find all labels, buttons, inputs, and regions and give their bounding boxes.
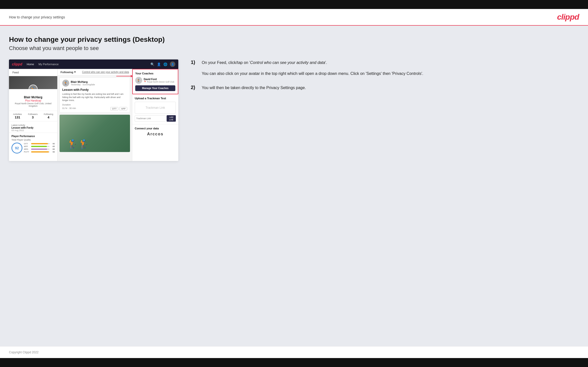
- stat-activities: Activities 131: [13, 113, 22, 119]
- pp-bar-app-label: APP: [24, 145, 30, 148]
- post-description: Looking to feel like my hands are exitin…: [62, 93, 127, 102]
- page-title: How to change your privacy settings (Des…: [9, 36, 579, 44]
- app-sidebar: Feed 🏌️ Blair McHarg Plus Handicap Royal…: [9, 69, 58, 161]
- instruction-1-extra: You can also click on your avatar in the…: [202, 70, 423, 77]
- feed-header: Following ▾ Control who can see your act…: [58, 69, 132, 75]
- trackman-add-button[interactable]: Add Link: [167, 115, 176, 122]
- trackman-title: Upload a Trackman Test: [135, 97, 176, 100]
- app-mockup-wrapper: clippd Home My Performance 🔍 👤 🌐 👤 Feed: [9, 59, 178, 161]
- pp-bar-app-val: 85: [50, 145, 55, 148]
- feed-tab[interactable]: Feed: [9, 69, 57, 76]
- tag-ott: OTT: [110, 107, 118, 110]
- pp-bar-app-fill: [31, 146, 47, 147]
- stat-activities-label: Activities: [13, 113, 22, 115]
- post-user-info: Blair McHarg Yesterday · Sunningdale: [71, 80, 95, 86]
- nav-my-performance[interactable]: My Performance: [39, 63, 59, 66]
- pp-bar-putt: PUTT 96: [24, 151, 55, 153]
- latest-activity-label: Latest Activity: [11, 124, 55, 126]
- instruction-2-text: You will then be taken directly to the P…: [202, 85, 306, 91]
- pp-title: Player Performance: [11, 135, 55, 138]
- user-banner: 🏌️: [9, 76, 57, 89]
- trackman-link-input[interactable]: [135, 115, 166, 122]
- pp-bar-putt-track: [31, 151, 50, 153]
- location-icon: 📍: [144, 81, 146, 83]
- user-icon[interactable]: 👤: [157, 62, 161, 66]
- post-user-location: Yesterday · Sunningdale: [71, 83, 95, 86]
- instruction-1-text: On your Feed, click/tap on 'Control who …: [202, 59, 423, 66]
- coaches-section: Your Coaches 🏌️ David Ford 📍 Royal North…: [133, 69, 178, 94]
- stat-following-label: Following: [44, 113, 53, 115]
- stat-followers-label: Followers: [28, 113, 38, 115]
- search-icon[interactable]: 🔍: [150, 62, 154, 66]
- tag-app: APP: [119, 107, 127, 110]
- page-subtitle: Choose what you want people to see: [9, 45, 579, 52]
- coaches-title: Your Coaches: [135, 72, 175, 75]
- app-mockup: clippd Home My Performance 🔍 👤 🌐 👤 Feed: [9, 59, 178, 161]
- feed-post: 🏌️ Blair McHarg Yesterday · Sunningdale …: [60, 77, 130, 113]
- stat-followers-value: 3: [28, 115, 38, 119]
- pp-bar-app-track: [31, 146, 50, 147]
- instruction-2-number: 2): [191, 85, 198, 90]
- post-tags: OTT APP: [110, 107, 127, 110]
- latest-activity-date: 03 Aug 2022: [11, 129, 55, 132]
- pp-bar-arg: ARG 86: [24, 148, 55, 150]
- app-navbar: clippd Home My Performance 🔍 👤 🌐 👤: [9, 59, 178, 69]
- coach-info: David Ford 📍 Royal North Devon Golf Club: [144, 78, 174, 83]
- bottom-black-bar: [0, 358, 588, 367]
- pp-bar-ott: OTT 90: [24, 143, 55, 145]
- pp-bar-arg-track: [31, 149, 50, 150]
- post-header: 🏌️ Blair McHarg Yesterday · Sunningdale: [62, 80, 127, 87]
- manage-coaches-button[interactable]: Manage Your Coaches: [135, 85, 175, 91]
- pp-quality-label: Total Player Quality: [11, 139, 55, 141]
- coach-club: 📍 Royal North Devon Golf Club: [144, 81, 174, 83]
- app-feed: Following ▾ Control who can see your act…: [58, 69, 132, 161]
- top-black-bar: [0, 0, 588, 9]
- post-user-name: Blair McHarg: [71, 80, 95, 83]
- trackman-placeholder: Trackman Link: [135, 102, 176, 114]
- instruction-1-content: On your Feed, click/tap on 'Control who …: [202, 59, 423, 77]
- post-image: 🏌️🏌️: [60, 115, 130, 152]
- pp-bar-arg-val: 86: [50, 148, 55, 150]
- content-row: clippd Home My Performance 🔍 👤 🌐 👤 Feed: [9, 59, 579, 161]
- coaches-highlight: Your Coaches 🏌️ David Ford 📍 Royal North…: [132, 69, 178, 94]
- pp-bar-ott-val: 90: [50, 143, 55, 145]
- user-stats: Activities 131 Followers 3 Following 4: [9, 111, 57, 121]
- stat-followers: Followers 3: [28, 113, 38, 119]
- arccos-brand: Arccos: [135, 132, 176, 136]
- post-title: Lesson with Fordy: [62, 88, 127, 92]
- stat-following-value: 4: [44, 115, 53, 119]
- clippd-logo: clippd: [557, 12, 579, 22]
- pp-bar-putt-fill: [31, 151, 49, 153]
- app-body: Feed 🏌️ Blair McHarg Plus Handicap Royal…: [9, 69, 178, 161]
- latest-activity-name: Lesson with Fordy: [11, 126, 55, 129]
- trackman-input-row: Add Link: [135, 115, 176, 122]
- user-info: Blair McHarg Plus Handicap Royal North D…: [9, 95, 57, 109]
- globe-icon[interactable]: 🌐: [163, 62, 167, 66]
- nav-home[interactable]: Home: [27, 63, 34, 66]
- avatar-button[interactable]: 👤: [170, 61, 175, 67]
- coach-name: David Ford: [144, 78, 174, 81]
- post-footer: 01 hr : 30 min OTT APP: [62, 106, 127, 110]
- user-name: Blair McHarg: [11, 96, 55, 99]
- pp-bar-arg-label: ARG: [24, 148, 30, 150]
- coach-club-name: Royal North Devon Golf Club: [147, 81, 174, 83]
- duration-label-text: Duration: [62, 104, 71, 106]
- site-footer: Copyright Clippd 2022: [0, 346, 588, 358]
- instruction-1-number: 1): [191, 59, 198, 65]
- instruction-2: 2) You will then be taken directly to th…: [191, 85, 579, 91]
- pp-bar-ott-fill: [31, 143, 48, 144]
- trackman-section: Upload a Trackman Test Trackman Link Add…: [132, 94, 178, 124]
- connect-title: Connect your data: [135, 127, 176, 130]
- following-button[interactable]: Following ▾: [61, 70, 76, 74]
- pp-bar-ott-label: OTT: [24, 143, 30, 145]
- user-club: Royal North Devon Golf Club, United King…: [11, 102, 55, 107]
- coach-item: 🏌️ David Ford 📍 Royal North Devon Golf C…: [135, 77, 175, 84]
- feed-header-wrapper: Following ▾ Control who can see your act…: [58, 69, 132, 75]
- breadcrumb: How to change your privacy settings: [9, 15, 65, 19]
- main-content: How to change your privacy settings (Des…: [0, 26, 588, 346]
- pp-bar-putt-label: PUTT: [24, 151, 30, 153]
- pp-bar-arg-fill: [31, 149, 47, 150]
- player-performance: Player Performance Total Player Quality …: [9, 133, 57, 155]
- pp-bar-putt-val: 96: [50, 151, 55, 153]
- control-privacy-link[interactable]: Control who can see your activity and da…: [82, 71, 129, 73]
